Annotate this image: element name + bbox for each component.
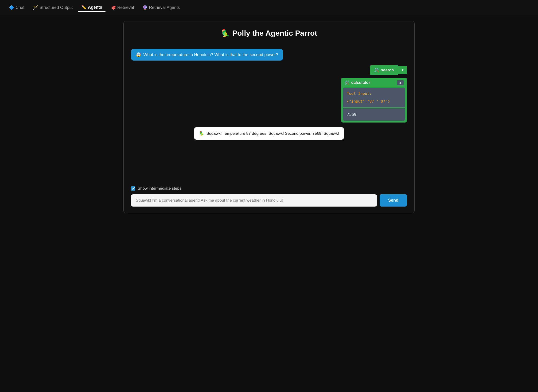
search-tool-toggle[interactable]: ▼ (398, 66, 407, 74)
show-steps-label[interactable]: Show intermediate steps (138, 186, 181, 191)
assistant-icon: 🦜 (199, 131, 204, 136)
structured-output-icon: 🪄 (33, 5, 38, 10)
tool-result-value: 7569 (343, 108, 405, 121)
tab-structured-output[interactable]: 🪄 Structured Output (30, 4, 76, 11)
tab-retrieval-agents-label: Retrieval Agents (149, 5, 180, 10)
calculator-card-header: 🛠️ calculator ▲ (341, 78, 407, 88)
tab-retrieval-label: Retrieval (117, 5, 134, 10)
tab-structured-output-label: Structured Output (39, 5, 73, 10)
tool-input-label: Tool Input: (347, 91, 401, 96)
show-steps-row: Show intermediate steps (131, 186, 407, 191)
calculator-tool-toggle[interactable]: ▲ (397, 80, 404, 85)
agents-icon: ✏️ (81, 5, 86, 10)
chat-icon: 🔷 (9, 5, 14, 10)
assistant-message-text: Squawk! Temperature 87 degrees! Squawk! … (207, 131, 339, 136)
tab-chat-label: Chat (15, 5, 24, 10)
calculator-tool-card: 🛠️ calculator ▲ Tool Input: {"input":"87… (341, 78, 407, 122)
page-title: 🦜 Polly the Agentic Parrot (131, 29, 407, 37)
bottom-controls: Show intermediate steps Send (131, 186, 407, 207)
main-container: 🦜 Polly the Agentic Parrot 🤯 What is the… (123, 21, 415, 213)
tab-chat[interactable]: 🔷 Chat (6, 4, 28, 11)
messages-area: 🤯 What is the temperature in Honolulu? W… (131, 49, 407, 180)
calculator-tool-name: 🛠️ calculator (345, 80, 370, 85)
retrieval-agents-icon: 🔮 (142, 5, 147, 10)
search-tool-label: 🛠️ search (370, 65, 398, 75)
calculator-tool-icon: 🛠️ (345, 80, 349, 85)
show-steps-checkbox[interactable] (131, 186, 135, 191)
chat-input[interactable] (131, 194, 377, 207)
user-message: 🤯 What is the temperature in Honolulu? W… (131, 49, 283, 61)
user-message-text: What is the temperature in Honolulu? Wha… (143, 52, 278, 57)
tool-input-value: {"input":"87 * 87"} (347, 99, 401, 103)
user-avatar-icon: 🤯 (136, 52, 141, 57)
input-row: Send (131, 194, 407, 207)
tools-column: 🛠️ search ▼ 🛠️ calculator ▲ Tool Input: … (131, 65, 407, 122)
tab-retrieval[interactable]: 🐙 Retrieval (107, 4, 137, 11)
tab-retrieval-agents[interactable]: 🔮 Retrieval Agents (139, 4, 183, 11)
nav-bar: 🔷 Chat 🪄 Structured Output ✏️ Agents 🐙 R… (0, 0, 538, 15)
send-button[interactable]: Send (380, 194, 407, 207)
calculator-tool-body: Tool Input: {"input":"87 * 87"} (343, 88, 405, 107)
tab-agents[interactable]: ✏️ Agents (78, 3, 105, 12)
retrieval-icon: 🐙 (111, 5, 116, 10)
assistant-message: 🦜 Squawk! Temperature 87 degrees! Squawk… (194, 127, 344, 140)
search-tool-button[interactable]: 🛠️ search ▼ (370, 65, 407, 75)
tab-agents-label: Agents (88, 5, 102, 10)
search-tool-icon: 🛠️ (374, 68, 379, 73)
